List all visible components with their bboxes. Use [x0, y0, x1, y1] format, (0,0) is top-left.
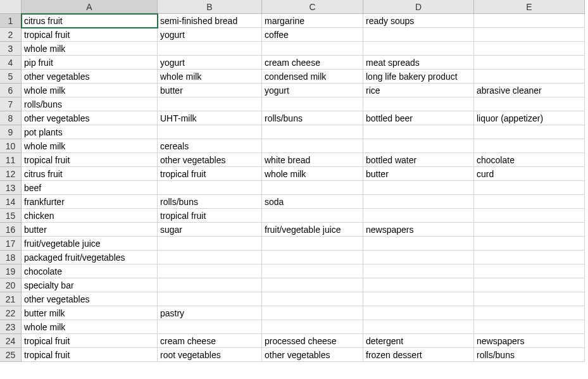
cell-C22[interactable]: [262, 306, 363, 320]
cell-D14[interactable]: [363, 195, 474, 209]
cell-A6[interactable]: whole milk: [22, 84, 158, 97]
cell-D7[interactable]: [363, 97, 474, 111]
cell-E5[interactable]: [474, 70, 585, 84]
cell-B11[interactable]: other vegetables: [158, 153, 262, 167]
cell-A24[interactable]: tropical fruit: [22, 334, 158, 348]
cell-A11[interactable]: tropical fruit: [22, 153, 158, 167]
row-header-5[interactable]: 5: [0, 70, 22, 84]
col-header-D[interactable]: D: [363, 0, 474, 14]
cell-B6[interactable]: butter: [158, 84, 262, 97]
cell-C6[interactable]: yogurt: [262, 84, 363, 97]
row-header-2[interactable]: 2: [0, 28, 22, 42]
row-header-20[interactable]: 20: [0, 278, 22, 292]
cell-E20[interactable]: [474, 278, 585, 292]
cell-D9[interactable]: [363, 125, 474, 139]
cell-D10[interactable]: [363, 139, 474, 153]
cell-A12[interactable]: citrus fruit: [22, 167, 158, 181]
cell-B19[interactable]: [158, 264, 262, 278]
cell-C13[interactable]: [262, 181, 363, 195]
cell-D2[interactable]: [363, 28, 474, 42]
cell-E11[interactable]: chocolate: [474, 153, 585, 167]
cell-E18[interactable]: [474, 251, 585, 264]
cell-C1[interactable]: margarine: [262, 14, 363, 28]
cell-D25[interactable]: frozen dessert: [363, 348, 474, 362]
row-header-15[interactable]: 15: [0, 209, 22, 223]
cell-B2[interactable]: yogurt: [158, 28, 262, 42]
cell-D4[interactable]: meat spreads: [363, 56, 474, 70]
cell-E8[interactable]: liquor (appetizer): [474, 111, 585, 125]
cell-A18[interactable]: packaged fruit/vegetables: [22, 251, 158, 264]
cell-D17[interactable]: [363, 237, 474, 251]
cell-C19[interactable]: [262, 264, 363, 278]
cell-C10[interactable]: [262, 139, 363, 153]
cell-E13[interactable]: [474, 181, 585, 195]
cell-D5[interactable]: long life bakery product: [363, 70, 474, 84]
row-header-11[interactable]: 11: [0, 153, 22, 167]
cell-B20[interactable]: [158, 278, 262, 292]
cell-D23[interactable]: [363, 320, 474, 334]
cell-D8[interactable]: bottled beer: [363, 111, 474, 125]
row-header-4[interactable]: 4: [0, 56, 22, 70]
cell-D15[interactable]: [363, 209, 474, 223]
cell-B18[interactable]: [158, 251, 262, 264]
cell-B9[interactable]: [158, 125, 262, 139]
row-header-21[interactable]: 21: [0, 292, 22, 306]
cell-C14[interactable]: soda: [262, 195, 363, 209]
cell-A8[interactable]: other vegetables: [22, 111, 158, 125]
cell-E16[interactable]: [474, 223, 585, 237]
row-header-3[interactable]: 3: [0, 42, 22, 56]
cell-C4[interactable]: cream cheese: [262, 56, 363, 70]
row-header-6[interactable]: 6: [0, 84, 22, 97]
row-header-17[interactable]: 17: [0, 237, 22, 251]
cell-E15[interactable]: [474, 209, 585, 223]
cell-C7[interactable]: [262, 97, 363, 111]
cell-C16[interactable]: fruit/vegetable juice: [262, 223, 363, 237]
row-header-22[interactable]: 22: [0, 306, 22, 320]
cell-A16[interactable]: butter: [22, 223, 158, 237]
cell-B15[interactable]: tropical fruit: [158, 209, 262, 223]
cell-D1[interactable]: ready soups: [363, 14, 474, 28]
cell-B25[interactable]: root vegetables: [158, 348, 262, 362]
cell-E2[interactable]: [474, 28, 585, 42]
cell-E12[interactable]: curd: [474, 167, 585, 181]
cell-B8[interactable]: UHT-milk: [158, 111, 262, 125]
cell-B3[interactable]: [158, 42, 262, 56]
cell-E22[interactable]: [474, 306, 585, 320]
cell-C9[interactable]: [262, 125, 363, 139]
cell-B14[interactable]: rolls/buns: [158, 195, 262, 209]
cell-B12[interactable]: tropical fruit: [158, 167, 262, 181]
cell-A10[interactable]: whole milk: [22, 139, 158, 153]
cell-D24[interactable]: detergent: [363, 334, 474, 348]
cell-D3[interactable]: [363, 42, 474, 56]
cell-A19[interactable]: chocolate: [22, 264, 158, 278]
cell-A4[interactable]: pip fruit: [22, 56, 158, 70]
cell-C15[interactable]: [262, 209, 363, 223]
cell-A2[interactable]: tropical fruit: [22, 28, 158, 42]
cell-C3[interactable]: [262, 42, 363, 56]
cell-E19[interactable]: [474, 264, 585, 278]
col-header-E[interactable]: E: [474, 0, 585, 14]
row-header-8[interactable]: 8: [0, 111, 22, 125]
row-header-1[interactable]: 1: [0, 14, 22, 28]
cell-D20[interactable]: [363, 278, 474, 292]
cell-E4[interactable]: [474, 56, 585, 70]
cell-B1[interactable]: semi-finished bread: [158, 14, 262, 28]
row-header-23[interactable]: 23: [0, 320, 22, 334]
cell-E10[interactable]: [474, 139, 585, 153]
cell-B5[interactable]: whole milk: [158, 70, 262, 84]
cell-C17[interactable]: [262, 237, 363, 251]
cell-A17[interactable]: fruit/vegetable juice: [22, 237, 158, 251]
cell-D19[interactable]: [363, 264, 474, 278]
col-header-A[interactable]: A: [22, 0, 158, 14]
cell-E3[interactable]: [474, 42, 585, 56]
cell-C25[interactable]: other vegetables: [262, 348, 363, 362]
spreadsheet-grid[interactable]: A B C D E 1 citrus fruit semi-finished b…: [0, 0, 588, 362]
cell-C11[interactable]: white bread: [262, 153, 363, 167]
cell-E7[interactable]: [474, 97, 585, 111]
cell-A3[interactable]: whole milk: [22, 42, 158, 56]
cell-A13[interactable]: beef: [22, 181, 158, 195]
col-header-B[interactable]: B: [158, 0, 262, 14]
cell-B4[interactable]: yogurt: [158, 56, 262, 70]
cell-C2[interactable]: coffee: [262, 28, 363, 42]
cell-E14[interactable]: [474, 195, 585, 209]
